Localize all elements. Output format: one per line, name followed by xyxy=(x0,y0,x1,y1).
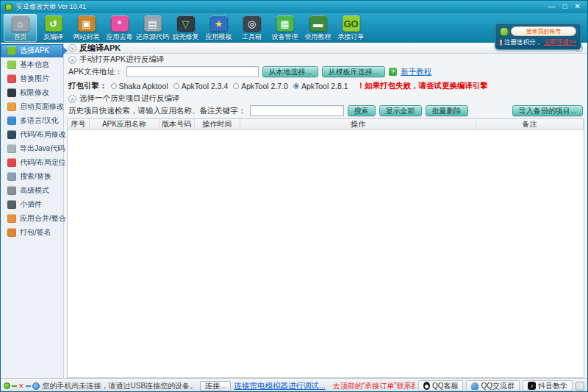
import-backup-button[interactable]: 导入备份的项目... xyxy=(512,105,583,116)
sidebar-item[interactable]: 多语言/汉化 xyxy=(1,114,63,127)
sidebar-item[interactable]: 搜索/替换 xyxy=(1,170,63,183)
toolbar-item[interactable]: ▣ 网站封装 xyxy=(70,14,103,42)
toolbar-item[interactable]: ▬ 使用教程 xyxy=(301,14,334,42)
toolbar-item[interactable]: ⌂ 首页 xyxy=(4,14,37,42)
engine-radio-label: ApkTool 2.8.1 xyxy=(301,82,348,90)
sidebar-item-icon xyxy=(7,116,16,125)
table-header-cell[interactable]: 备注 xyxy=(476,119,584,129)
sidebar-item[interactable]: 代码/布局修改 xyxy=(1,128,63,141)
table-header-cell[interactable]: 版本号码 xyxy=(159,119,195,129)
beginner-tutorial-link[interactable]: 新手教程 xyxy=(401,67,431,77)
sidebar-item[interactable]: 应用合并/整合 xyxy=(1,212,63,225)
maximize-button[interactable]: □ xyxy=(563,2,567,11)
external-link-icon[interactable] xyxy=(576,382,584,391)
collapse-icon[interactable]: ∨ xyxy=(68,44,76,52)
douyin-tutorial-button[interactable]: ♪ 抖音教学 xyxy=(523,380,573,391)
table-header-cell[interactable]: 操作时间 xyxy=(195,119,240,129)
table-header-cell[interactable]: APK应用名称 xyxy=(90,119,159,129)
emulator-debug-link[interactable]: 连接雷电模拟器进行调试... xyxy=(234,381,325,391)
toolbar-item[interactable]: ▽ 脱壳修复 xyxy=(169,14,202,42)
engine-radio-option[interactable]: ApkTool 2.8.1 xyxy=(293,82,348,90)
sidebar-item-icon xyxy=(7,214,16,223)
toolbar-item-icon: GO xyxy=(343,15,360,32)
sidebar-item[interactable]: 小插件 xyxy=(1,198,63,211)
toolbar-item[interactable]: ▦ 设备管理 xyxy=(268,14,301,42)
sidebar-item-label: 应用合并/整合 xyxy=(20,213,66,224)
engine-radio-option[interactable]: ApkTool 2.7.0 xyxy=(233,82,288,90)
toolbar-item-icon: ★ xyxy=(210,15,228,32)
sidebar-item-icon xyxy=(7,88,16,97)
help-question-icon[interactable]: ? xyxy=(389,68,397,76)
toolbar-item-icon: ▬ xyxy=(309,15,327,32)
sidebar-item-label: 启动页面修改 xyxy=(20,101,64,112)
table-header-cell[interactable]: 操作 xyxy=(240,119,477,129)
sidebar-item-icon xyxy=(7,172,16,181)
toolbar-item-label: 还原源代码 xyxy=(136,32,169,42)
sidebar-item[interactable]: 打包/签名 xyxy=(1,226,63,239)
table-header-cell[interactable]: 序号 xyxy=(68,119,90,129)
sidebar-item[interactable]: 高级模式 xyxy=(1,184,63,197)
sidebar-item[interactable]: 导出Java代码 xyxy=(1,142,63,155)
toolbar-item[interactable]: ↺ 反编译 xyxy=(37,14,70,42)
collapse-icon[interactable]: ∧ xyxy=(68,56,76,64)
app-logo-icon xyxy=(5,4,12,11)
sidebar-item[interactable]: 替换图片 xyxy=(1,72,63,85)
radio-icon[interactable] xyxy=(173,83,179,89)
app-title: 安卓修改大师 Ver 10.41 xyxy=(16,2,86,12)
search-button[interactable]: 搜索 xyxy=(348,105,376,116)
sidebar-item-icon xyxy=(7,158,16,167)
history-search-row: 历史项目快速检索，请输入应用名称、备注关键字： 搜索 显示全部 批量删除 导入备… xyxy=(64,103,587,118)
minimize-button[interactable]: — xyxy=(548,2,556,11)
radio-icon[interactable] xyxy=(111,83,117,89)
batch-delete-button[interactable]: 批量删除 xyxy=(426,105,468,116)
sidebar-item-icon xyxy=(7,46,16,55)
main-toolbar: ⌂ 首页 ↺ 反编译 ▣ 网站封装 xyxy=(1,13,587,43)
mascot-icon xyxy=(500,27,509,36)
promo-marquee-text: 去顶部的“承接订单”联系我们，我们将给您最优惠的批发价，请速速联系。 广而告之：… xyxy=(329,381,415,391)
show-all-button[interactable]: 显示全部 xyxy=(379,105,422,116)
sidebar-item-label: 权限修改 xyxy=(20,88,49,98)
connect-button[interactable]: 连接... xyxy=(200,381,231,391)
sidebar-item-label: 导出Java代码 xyxy=(20,143,65,154)
toolbar-item[interactable]: GO 承接订单 xyxy=(334,14,368,42)
toolbar-item-label: 应用模板 xyxy=(206,32,232,42)
select-local-button[interactable]: 从本地选择... xyxy=(262,66,318,77)
toolbar-item[interactable]: ★ 应用模板 xyxy=(202,14,235,42)
engine-radio-option[interactable]: Shaka Apktool xyxy=(111,82,168,90)
radio-icon[interactable] xyxy=(233,83,239,89)
apk-path-input[interactable] xyxy=(126,66,259,77)
toolbar-item-label: 使用教程 xyxy=(305,32,331,42)
engine-radio-option[interactable]: ApkTool 2.3.4 xyxy=(173,82,229,90)
qq-service-button[interactable]: QQ客服 xyxy=(418,380,464,391)
select-template-button[interactable]: 从模板库选择... xyxy=(322,66,385,77)
toolbar-item[interactable]: ▤ 还原源代码 xyxy=(136,14,169,42)
sidebar-item-icon xyxy=(7,60,16,69)
qq-group-button[interactable]: QQ交流群 xyxy=(466,380,520,391)
history-search-input[interactable] xyxy=(250,105,344,116)
toolbar-glyph: ▣ xyxy=(82,18,90,29)
sidebar: 选择APK 基本信息 替换图片 权限修改 xyxy=(1,43,64,378)
sidebar-item-label: 小插件 xyxy=(20,199,42,210)
collapse-icon[interactable]: ∧ xyxy=(68,95,76,103)
activate-now-link[interactable]: 立即开通>> xyxy=(544,38,576,47)
group-people-icon xyxy=(471,382,478,390)
login-button[interactable]: 登录我的账号 xyxy=(511,26,576,36)
sidebar-item[interactable]: 基本信息 xyxy=(1,58,63,71)
sidebar-item-icon xyxy=(7,74,16,83)
sidebar-item[interactable]: 启动页面修改 xyxy=(1,100,63,113)
toolbar-glyph: ↺ xyxy=(49,18,57,29)
toolbar-glyph: ⌂ xyxy=(18,18,24,29)
sidebar-item[interactable]: 权限修改 xyxy=(1,86,63,99)
manual-open-label: 手动打开APK进行反编译 xyxy=(79,54,165,65)
toolbar-item[interactable]: * 应用去毒 xyxy=(103,14,136,42)
close-button[interactable]: ✕ xyxy=(575,2,581,11)
toolbar-item-icon: ⌂ xyxy=(12,15,29,32)
engine-radio-label: ApkTool 2.3.4 xyxy=(182,82,229,90)
sidebar-item[interactable]: 选择APK xyxy=(1,44,63,57)
sidebar-item-label: 代码/布局修改 xyxy=(20,129,66,140)
manual-open-subsection: ∧ 手动打开APK进行反编译 xyxy=(64,54,587,64)
phone-dot-icon xyxy=(32,382,40,390)
toolbar-item[interactable]: ◎ 工具箱 xyxy=(235,14,268,42)
radio-icon[interactable] xyxy=(293,83,299,89)
sidebar-item[interactable]: 代码/布局定位 xyxy=(1,156,63,169)
